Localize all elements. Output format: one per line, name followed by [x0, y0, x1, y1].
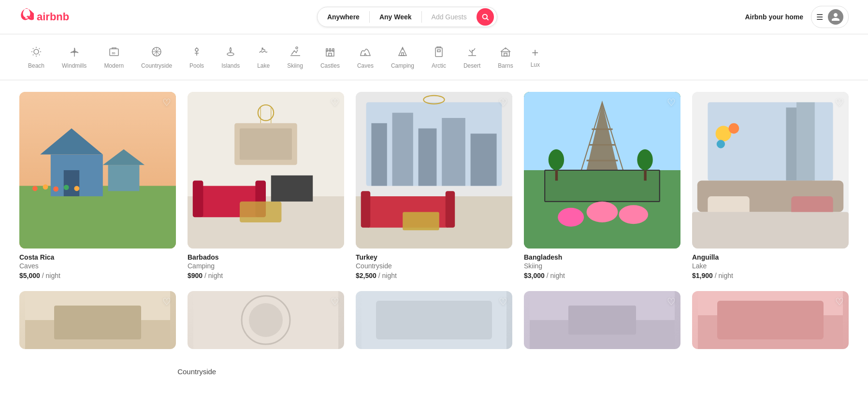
favorite-btn-2[interactable]: ♡	[331, 97, 339, 108]
search-bar[interactable]: Anywhere Any Week Add Guests	[317, 7, 497, 27]
listing-image-3: ♡	[356, 92, 512, 249]
svg-line-10	[39, 48, 40, 49]
modern-icon: 3D	[108, 46, 120, 59]
lux-icon: +	[532, 47, 538, 59]
listing-card-8[interactable]: ♡	[356, 291, 512, 354]
svg-rect-113	[376, 301, 492, 339]
listing-card-9[interactable]: ♡	[524, 291, 680, 354]
svg-point-16	[195, 48, 198, 51]
category-barns[interactable]: Barns	[489, 42, 521, 74]
svg-rect-36	[502, 52, 509, 56]
listing-card-6[interactable]: ♡	[19, 291, 176, 354]
category-skiing[interactable]: Skiing	[278, 42, 312, 74]
listing-price-4: $3,000 / night	[524, 272, 680, 279]
bottom-label-countryside: Countryside	[19, 367, 374, 376]
listing-title-4: Bangladesh	[524, 253, 680, 261]
listing-card-2[interactable]: ♡ Barbados Camping $900 / night	[188, 92, 344, 279]
svg-rect-119	[717, 301, 824, 339]
svg-point-20	[227, 53, 234, 56]
listing-image-9: ♡	[524, 291, 680, 349]
logo-text: airbnb	[37, 11, 69, 23]
category-modern[interactable]: 3D Modern	[95, 42, 132, 74]
category-arctic-label: Arctic	[432, 62, 446, 69]
category-desert[interactable]: Desert	[455, 42, 489, 74]
svg-line-9	[33, 55, 33, 55]
svg-rect-81	[589, 144, 615, 146]
listing-card-7[interactable]: ♡	[188, 291, 344, 354]
category-lake[interactable]: Lake	[248, 42, 278, 74]
category-caves-label: Caves	[357, 62, 374, 69]
svg-rect-69	[471, 133, 497, 186]
svg-point-50	[74, 186, 79, 191]
category-desert-label: Desert	[463, 62, 480, 69]
svg-rect-108	[54, 306, 141, 339]
listing-price-amount-2: $900	[188, 272, 203, 279]
category-arctic[interactable]: Arctic	[423, 42, 455, 74]
listing-price-unit-3: / night	[378, 272, 397, 279]
category-castles[interactable]: Castles	[312, 42, 348, 74]
host-link[interactable]: Airbnb your home	[745, 13, 803, 21]
camping-icon	[397, 46, 408, 59]
menu-button[interactable]: ☰	[811, 6, 849, 28]
svg-point-0	[482, 15, 487, 19]
listing-type-2: Camping	[188, 262, 344, 270]
listing-price-2: $900 / night	[188, 272, 344, 279]
logo[interactable]: airbnb	[19, 8, 69, 26]
favorite-btn-10[interactable]: ♡	[835, 296, 844, 307]
hamburger-icon: ☰	[816, 13, 823, 22]
listing-image-7: ♡	[188, 291, 344, 349]
favorite-btn-8[interactable]: ♡	[499, 296, 507, 307]
listing-price-unit-1: / night	[42, 272, 60, 279]
search-button[interactable]	[477, 8, 494, 26]
location-field[interactable]: Anywhere	[318, 7, 369, 27]
category-pools[interactable]: Pools	[181, 42, 213, 74]
listing-card-1[interactable]: ♡ Costa Rica Caves $5,000 / night	[19, 92, 176, 279]
category-beach[interactable]: Beach	[19, 42, 53, 74]
svg-point-111	[249, 303, 283, 337]
listing-card-3[interactable]: ♡ Turkey Countryside $2,500 / night	[356, 92, 512, 279]
favorite-btn-7[interactable]: ♡	[331, 296, 339, 307]
listing-card-4[interactable]: ♡ Bangladesh Skiing $3,000 / night	[524, 92, 680, 279]
svg-rect-59	[271, 176, 313, 202]
dates-field[interactable]: Any Week	[370, 7, 421, 27]
category-camping[interactable]: Camping	[382, 42, 423, 74]
listing-image-4: ♡	[524, 92, 680, 249]
svg-rect-65	[371, 123, 387, 186]
listing-title-2: Barbados	[188, 253, 344, 261]
favorite-btn-6[interactable]: ♡	[162, 296, 171, 307]
category-skiing-label: Skiing	[287, 62, 303, 69]
svg-point-105	[717, 140, 725, 148]
favorite-btn-4[interactable]: ♡	[667, 97, 676, 108]
listing-image-10: ♡	[692, 291, 849, 349]
favorite-btn-1[interactable]: ♡	[162, 97, 171, 108]
favorite-btn-9[interactable]: ♡	[667, 296, 676, 307]
listings-grid: ♡ Costa Rica Caves $5,000 / night	[0, 80, 868, 291]
category-lux[interactable]: + Lux	[522, 43, 549, 73]
header: airbnb Anywhere Any Week Add Guests Airb…	[0, 0, 868, 34]
svg-rect-66	[392, 113, 413, 186]
favorite-btn-3[interactable]: ♡	[499, 97, 507, 108]
favorite-btn-5[interactable]: ♡	[835, 97, 844, 108]
svg-rect-33	[437, 50, 440, 52]
guests-field[interactable]: Add Guests	[422, 7, 477, 27]
svg-point-48	[53, 186, 58, 191]
svg-point-104	[729, 123, 739, 134]
listing-card-10[interactable]: ♡	[692, 291, 849, 354]
svg-rect-67	[419, 129, 437, 186]
listing-price-amount-4: $3,000	[524, 272, 545, 279]
category-caves[interactable]: Caves	[348, 42, 382, 74]
logo-icon	[19, 8, 34, 26]
listing-price-amount-1: $5,000	[19, 272, 40, 279]
category-islands[interactable]: Islands	[213, 42, 248, 74]
listing-card-5[interactable]: ♡ Anguilla Lake $1,900 / night	[692, 92, 849, 279]
category-countryside[interactable]: Countryside	[132, 42, 181, 74]
category-islands-label: Islands	[221, 62, 240, 69]
castles-icon	[324, 46, 336, 59]
listing-title-5: Anguilla	[692, 253, 849, 261]
category-windmills[interactable]: Windmills	[53, 42, 95, 74]
svg-rect-82	[587, 160, 618, 161]
svg-rect-32	[435, 48, 442, 57]
svg-point-90	[619, 205, 648, 224]
svg-rect-56	[240, 202, 281, 222]
category-nav: Beach Windmills 3D Modern	[0, 34, 868, 80]
